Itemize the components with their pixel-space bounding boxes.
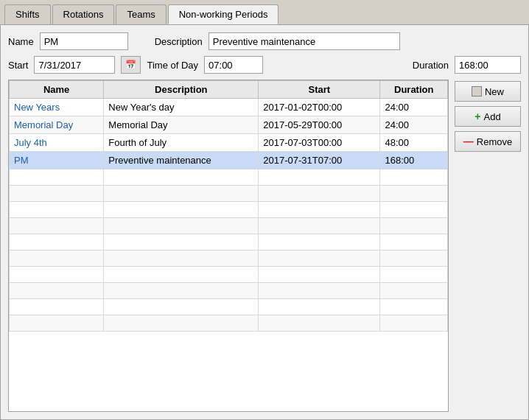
tab-teams[interactable]: Teams (116, 4, 166, 24)
cell-description: Preventive maintenance (104, 152, 259, 169)
cell-start (259, 186, 380, 202)
table-row[interactable] (10, 315, 448, 332)
cell-start (259, 315, 380, 332)
cell-name (10, 315, 104, 332)
cell-name (10, 169, 104, 186)
cell-name (10, 299, 104, 315)
table-row[interactable] (10, 186, 448, 202)
table-header-row: Name Description Start Duration (10, 81, 448, 99)
cell-start (259, 283, 380, 299)
cell-description (104, 218, 259, 234)
cell-duration (380, 251, 448, 267)
cell-duration (380, 169, 448, 186)
cell-duration (380, 202, 448, 218)
description-input[interactable] (209, 32, 400, 50)
col-header-name: Name (10, 81, 104, 99)
cell-start (259, 202, 380, 218)
cell-duration (380, 315, 448, 332)
cell-name: Memorial Day (10, 116, 104, 134)
table-row[interactable]: Memorial DayMemorial Day2017-05-29T00:00… (10, 116, 448, 134)
name-input[interactable] (40, 32, 128, 50)
col-header-duration: Duration (380, 81, 448, 99)
calendar-button[interactable]: 📅 (121, 56, 141, 74)
cell-name: New Years (10, 99, 104, 116)
add-label: Add (484, 111, 501, 122)
table-row[interactable] (10, 169, 448, 186)
tab-shifts[interactable]: Shifts (4, 4, 51, 24)
cell-duration (380, 299, 448, 315)
tab-rotations[interactable]: Rotations (52, 4, 115, 24)
table-row[interactable]: PMPreventive maintenance2017-07-31T07:00… (10, 152, 448, 169)
timeofday-label: Time of Day (147, 60, 198, 71)
buttons-panel: New + Add — Remove (455, 80, 521, 412)
cell-description (104, 202, 259, 218)
cell-name (10, 186, 104, 202)
cell-description (104, 299, 259, 315)
main-container: Shifts Rotations Teams Non-working Perio… (0, 0, 529, 420)
cell-duration (380, 218, 448, 234)
table-row[interactable] (10, 218, 448, 234)
cell-duration (380, 234, 448, 251)
cell-duration (380, 186, 448, 202)
add-button[interactable]: + Add (455, 106, 521, 127)
cell-name: PM (10, 152, 104, 169)
new-label: New (485, 86, 504, 97)
cell-duration (380, 267, 448, 283)
cell-name (10, 234, 104, 251)
tab-bar: Shifts Rotations Teams Non-working Perio… (0, 0, 529, 25)
description-label: Description (155, 36, 203, 47)
table-row[interactable] (10, 267, 448, 283)
tab-nonworking[interactable]: Non-working Periods (168, 4, 279, 24)
cell-description (104, 234, 259, 251)
cell-start (259, 234, 380, 251)
cell-duration: 48:00 (380, 134, 448, 152)
cell-description (104, 169, 259, 186)
table-row[interactable] (10, 283, 448, 299)
data-table: Name Description Start Duration New Year… (9, 80, 448, 332)
cell-duration: 24:00 (380, 116, 448, 134)
remove-icon: — (463, 136, 474, 147)
remove-button[interactable]: — Remove (455, 131, 521, 152)
cell-description (104, 283, 259, 299)
form-row-1: Name Description (8, 32, 521, 50)
remove-label: Remove (477, 136, 512, 147)
add-icon: + (474, 111, 480, 122)
cell-name (10, 202, 104, 218)
table-section: Name Description Start Duration New Year… (8, 80, 521, 412)
cell-start: 2017-07-03T00:00 (259, 134, 380, 152)
cell-duration: 168:00 (380, 152, 448, 169)
table-row[interactable] (10, 234, 448, 251)
cell-start (259, 251, 380, 267)
cell-description: New Year's day (104, 99, 259, 116)
cell-name (10, 267, 104, 283)
cell-name (10, 251, 104, 267)
table-row[interactable] (10, 202, 448, 218)
timeofday-input[interactable] (204, 56, 263, 74)
table-row[interactable]: New YearsNew Year's day2017-01-02T00:002… (10, 99, 448, 116)
cell-start: 2017-05-29T00:00 (259, 116, 380, 134)
cell-name (10, 283, 104, 299)
new-icon (472, 86, 482, 97)
cell-start: 2017-01-02T00:00 (259, 99, 380, 116)
cell-description: Memorial Day (104, 116, 259, 134)
col-header-description: Description (104, 81, 259, 99)
cell-start: 2017-07-31T07:00 (259, 152, 380, 169)
content-area: Name Description Start 📅 Time of Day Dur… (0, 25, 529, 420)
cell-name (10, 218, 104, 234)
cell-start (259, 299, 380, 315)
cell-description: Fourth of July (104, 134, 259, 152)
col-header-start: Start (259, 81, 380, 99)
table-row[interactable]: July 4thFourth of July2017-07-03T00:0048… (10, 134, 448, 152)
form-row-2: Start 📅 Time of Day Duration (8, 56, 521, 74)
cell-duration: 24:00 (380, 99, 448, 116)
table-row[interactable] (10, 299, 448, 315)
cell-start (259, 218, 380, 234)
start-input[interactable] (34, 56, 115, 74)
cell-description (104, 267, 259, 283)
start-label: Start (8, 60, 28, 71)
cell-name: July 4th (10, 134, 104, 152)
new-button[interactable]: New (455, 81, 521, 102)
table-wrapper: Name Description Start Duration New Year… (8, 80, 449, 412)
duration-input[interactable] (455, 56, 521, 74)
table-row[interactable] (10, 251, 448, 267)
